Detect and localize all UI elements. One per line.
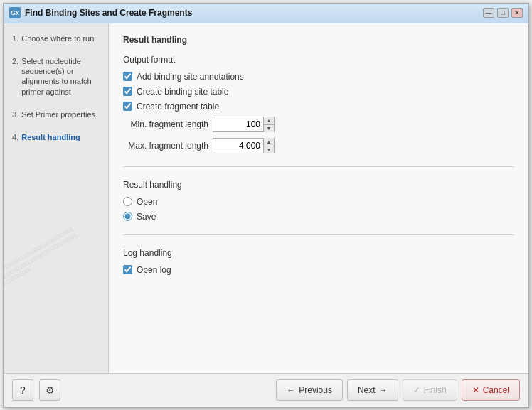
cancel-icon: ✕ <box>472 385 479 395</box>
output-format-title: Output format <box>123 55 514 65</box>
sidebar-item-choose-where[interactable]: 1. Choose where to run <box>9 32 102 45</box>
minimize-button[interactable]: — <box>483 8 494 18</box>
add-binding-site-label[interactable]: Add binding site annotations <box>137 72 244 82</box>
divider-2 <box>123 234 514 235</box>
previous-label: Previous <box>299 385 332 395</box>
title-bar: Gx Find Binding Sites and Create Fragmen… <box>4 4 528 23</box>
open-log-checkbox[interactable] <box>123 265 132 274</box>
settings-icon: ⚙ <box>46 384 55 396</box>
sidebar-item-number-1: 1. <box>12 34 18 43</box>
checkbox-row-open-log: Open log <box>123 265 514 275</box>
create-fragment-table-checkbox[interactable] <box>123 102 132 111</box>
next-button[interactable]: Next → <box>347 379 398 401</box>
open-radio[interactable] <box>123 197 132 206</box>
open-log-label[interactable]: Open log <box>137 265 171 275</box>
create-binding-site-table-label[interactable]: Create binding site table <box>137 87 228 97</box>
max-fragment-input-wrap: ▲ ▼ <box>213 138 275 153</box>
min-fragment-up-button[interactable]: ▲ <box>264 117 274 124</box>
open-radio-label[interactable]: Open <box>137 197 157 207</box>
checkbox-row-fragment-table: Create fragment table <box>123 102 514 112</box>
app-icon: Gx <box>9 7 21 18</box>
next-icon: → <box>379 385 388 395</box>
sidebar: 1. Choose where to run 2. Select nucleot… <box>4 23 109 373</box>
max-fragment-input[interactable] <box>213 139 263 153</box>
sidebar-item-number-3: 3. <box>12 110 18 119</box>
sidebar-item-primer-properties[interactable]: 3. Set Primer properties <box>9 108 102 121</box>
sidebar-item-label-1: Choose where to run <box>21 33 94 43</box>
create-fragment-table-label[interactable]: Create fragment table <box>137 102 219 112</box>
help-icon: ? <box>20 384 26 396</box>
section-title: Result handling <box>123 35 514 45</box>
save-radio[interactable] <box>123 212 132 221</box>
min-fragment-spinners: ▲ ▼ <box>263 117 274 132</box>
log-handling-section: Log handling Open log <box>123 248 514 275</box>
cancel-label: Cancel <box>483 385 509 395</box>
min-fragment-input[interactable] <box>213 117 263 131</box>
sidebar-item-result-handling[interactable]: 4. Result handling <box>9 131 102 144</box>
previous-icon: ← <box>287 385 295 395</box>
help-button[interactable]: ? <box>12 379 33 401</box>
maximize-button[interactable]: □ <box>497 8 509 18</box>
sidebar-item-number-4: 4. <box>12 133 18 141</box>
sidebar-item-number-2: 2. <box>12 57 18 65</box>
next-label: Next <box>358 385 376 395</box>
checkbox-row-binding-table: Create binding site table <box>123 87 514 97</box>
window-title: Find Binding Sites and Create Fragments <box>25 8 483 18</box>
save-radio-label[interactable]: Save <box>137 212 156 222</box>
content-area: 1. Choose where to run 2. Select nucleot… <box>4 23 528 373</box>
finish-button[interactable]: ✓ Finish <box>403 379 457 401</box>
previous-button[interactable]: ← Previous <box>276 379 343 401</box>
footer-right: ← Previous Next → ✓ Finish ✕ Cancel <box>276 379 520 401</box>
max-fragment-label: Max. fragment length <box>123 141 208 151</box>
settings-button[interactable]: ⚙ <box>39 379 60 401</box>
create-binding-site-table-checkbox[interactable] <box>123 87 132 96</box>
min-fragment-row: Min. fragment length ▲ ▼ <box>123 117 514 132</box>
min-fragment-down-button[interactable]: ▼ <box>264 124 274 132</box>
window-close-button[interactable]: ✕ <box>511 8 523 18</box>
sidebar-item-label-4: Result handling <box>21 132 80 142</box>
max-fragment-spinners: ▲ ▼ <box>263 138 274 153</box>
radio-row-save: Save <box>123 212 514 222</box>
checkbox-row-binding-annotations: Add binding site annotations <box>123 72 514 82</box>
sidebar-item-select-sequence[interactable]: 2. Select nucleotide sequence(s) or alig… <box>9 55 102 98</box>
divider-1 <box>123 166 514 167</box>
title-bar-controls: — □ ✕ <box>483 8 523 18</box>
footer-left: ? ⚙ <box>12 379 60 401</box>
finish-label: Finish <box>424 385 447 395</box>
watermark: 0100110010100101110100011010100100100010… <box>4 224 109 372</box>
add-binding-site-checkbox[interactable] <box>123 72 132 81</box>
main-panel: Result handling Output format Add bindin… <box>109 23 528 373</box>
max-fragment-row: Max. fragment length ▲ ▼ <box>123 138 514 153</box>
max-fragment-down-button[interactable]: ▼ <box>264 146 274 153</box>
main-window: Gx Find Binding Sites and Create Fragmen… <box>3 3 529 408</box>
min-fragment-label: Min. fragment length <box>123 119 208 129</box>
sidebar-item-label-3: Set Primer properties <box>21 109 95 119</box>
sidebar-item-label-2: Select nucleotide sequence(s) or alignme… <box>21 56 100 97</box>
radio-row-open: Open <box>123 197 514 207</box>
min-fragment-input-wrap: ▲ ▼ <box>213 117 275 132</box>
output-format-section: Output format Add binding site annotatio… <box>123 55 514 153</box>
cancel-button[interactable]: ✕ Cancel <box>462 379 520 401</box>
result-handling-subtitle: Result handling <box>123 180 514 190</box>
log-handling-subtitle: Log handling <box>123 248 514 258</box>
max-fragment-up-button[interactable]: ▲ <box>264 138 274 146</box>
footer: ? ⚙ ← Previous Next → ✓ Finish ✕ Cancel <box>4 373 528 407</box>
result-handling-section: Result handling Open Save <box>123 180 514 222</box>
finish-icon: ✓ <box>413 385 420 395</box>
